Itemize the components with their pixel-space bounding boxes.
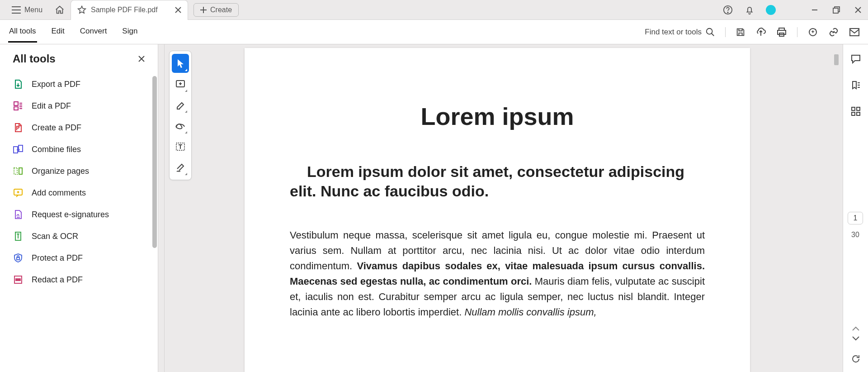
find-label: Find text or tools [645,28,702,37]
tool-item-organize[interactable]: Organize pages [0,160,158,182]
minimize-icon [811,6,818,14]
save-icon [736,27,745,37]
tool-item-esign[interactable]: Request e-signatures [0,204,158,225]
svg-rect-11 [14,107,18,110]
redact-icon [13,274,24,285]
ai-assistant-button[interactable] [807,27,818,38]
find-button[interactable]: Find text or tools [645,27,715,37]
comments-panel-button[interactable] [849,52,862,65]
tool-item-comment[interactable]: Add comments [0,182,158,204]
signature-icon [175,162,185,172]
esign-icon [13,209,24,220]
document-page[interactable]: Lorem ipsum Lorem ipsum dolor sit amet, … [245,48,750,372]
tool-item-edit[interactable]: Edit a PDF [0,95,158,117]
account-avatar[interactable] [766,5,776,15]
svg-rect-23 [857,107,860,110]
bookmark-list-icon [850,80,861,90]
panel-title: All tools [13,52,56,65]
tool-item-label: Edit a PDF [32,101,71,111]
draw-tool[interactable] [172,116,189,135]
refresh-button[interactable] [851,354,861,364]
close-icon [138,55,145,62]
text-box-icon [175,142,185,151]
divider [797,27,797,37]
tool-item-combine[interactable]: Combine files [0,138,158,160]
svg-rect-14 [14,168,17,174]
tool-item-scan[interactable]: Scan & OCR [0,225,158,247]
chevron-up-icon [852,326,860,331]
create-button[interactable]: Create [193,3,239,17]
share-link-button[interactable] [828,27,839,37]
edit-icon [13,100,24,111]
sign-tool[interactable] [172,158,189,177]
svg-rect-19 [16,279,20,281]
panel-close-button[interactable] [138,55,145,62]
svg-point-4 [707,28,712,34]
all-tools-panel: All tools Export a PDFEdit a PDFCreate a… [0,44,158,372]
total-pages: 30 [851,231,859,239]
comment-icon [850,54,861,64]
notifications-button[interactable] [744,5,755,15]
svg-rect-15 [19,168,22,174]
comment-icon [13,187,24,198]
window-restore-button[interactable] [831,5,842,15]
textbox-tool[interactable] [172,137,189,156]
protect-icon [13,253,24,263]
gutter [158,44,165,372]
search-icon [705,27,715,37]
cloud-save-button[interactable] [755,27,766,37]
current-page-input[interactable]: 1 [848,212,863,224]
select-tool[interactable] [172,54,189,73]
highlight-tool[interactable] [172,95,189,114]
bell-icon [745,5,755,15]
tab-sign[interactable]: Sign [121,21,138,43]
right-gutter [830,44,843,372]
tool-item-protect[interactable]: Protect a PDF [0,247,158,269]
add-note-tool[interactable] [172,75,189,94]
freeform-icon [175,122,185,129]
svg-rect-10 [14,102,18,105]
menu-button[interactable]: Menu [5,3,49,17]
document-title: Lorem ipsum [290,102,705,130]
help-button[interactable] [722,5,733,15]
quick-tools [169,51,192,180]
close-icon [175,7,181,13]
save-button[interactable] [736,27,745,37]
print-icon [776,27,787,37]
tab-close-button[interactable] [175,7,181,13]
titlebar-right [722,0,863,20]
refresh-icon [851,354,861,364]
email-button[interactable] [849,28,860,37]
tab-title: Sample PDF File.pdf [91,6,158,14]
print-button[interactable] [776,27,787,37]
tool-item-label: Create a PDF [32,123,81,133]
document-tab[interactable]: Sample PDF File.pdf [71,0,188,20]
tab-all-tools[interactable]: All tools [8,21,37,43]
window-close-button[interactable] [853,5,863,15]
tool-item-redact[interactable]: Redact a PDF [0,269,158,291]
plus-icon [200,7,207,13]
hamburger-icon [12,6,21,14]
divider [725,27,726,37]
home-button[interactable] [52,2,68,18]
svg-rect-3 [833,8,838,13]
tool-item-export[interactable]: Export a PDF [0,73,158,95]
tool-item-label: Redact a PDF [32,275,83,285]
help-icon [723,5,733,15]
svg-rect-24 [852,112,855,115]
svg-rect-9 [850,29,859,36]
chevron-down-icon [852,336,860,341]
page-down-button[interactable] [852,336,860,341]
tool-item-create[interactable]: Create a PDF [0,117,158,138]
tool-item-label: Add comments [32,188,86,198]
bookmarks-panel-button[interactable] [849,79,862,91]
panel-scrollbar[interactable] [152,76,157,248]
create-icon [13,122,24,133]
rail-handle[interactable] [834,54,839,65]
page-up-button[interactable] [852,326,860,331]
sticky-note-icon [175,80,185,89]
window-minimize-button[interactable] [809,5,820,15]
thumbnails-panel-button[interactable] [849,105,862,118]
tab-convert[interactable]: Convert [79,21,108,43]
tab-edit[interactable]: Edit [51,21,66,43]
